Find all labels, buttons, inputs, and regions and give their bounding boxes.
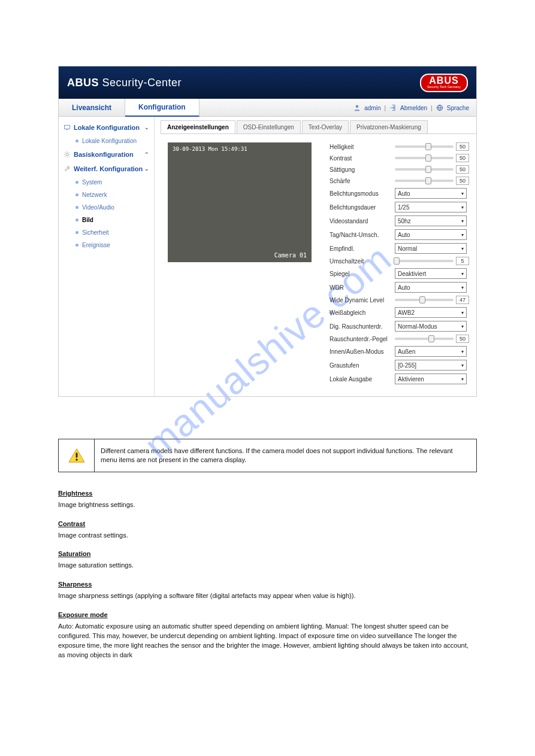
- value-saturation[interactable]: 50: [456, 165, 469, 174]
- sidebar-item-network[interactable]: Netzwerk: [59, 189, 154, 201]
- sidebar-item-image[interactable]: Bild: [59, 214, 154, 226]
- select-value: Normal-Modus: [398, 323, 437, 330]
- info-note-text: Different camera models have different f…: [95, 439, 476, 472]
- chevron-down-icon: ▾: [461, 205, 464, 210]
- sidebar-item-label: Video/Audio: [82, 204, 114, 211]
- tab-text-overlay[interactable]: Text-Overlay: [302, 120, 349, 133]
- chevron-down-icon: ▾: [461, 246, 464, 251]
- slider-contrast[interactable]: [395, 157, 454, 159]
- warning-icon-cell: [59, 439, 95, 472]
- value-dnr-level[interactable]: 50: [456, 335, 469, 343]
- label-mirror: Spiegel: [330, 271, 392, 277]
- heading-brightness: Brightness: [58, 489, 92, 499]
- select-daynight[interactable]: Auto▾: [395, 229, 467, 240]
- select-videostandard[interactable]: 50hz▾: [395, 215, 467, 226]
- chevron-down-icon: ▾: [461, 218, 464, 224]
- app-body: Lokale Konfiguration ⌄ Lokale Konfigurat…: [59, 117, 476, 396]
- slider-saturation[interactable]: [395, 168, 454, 171]
- userbar-sep-2: |: [431, 105, 433, 111]
- tab-osd-settings[interactable]: OSD-Einstellungen: [237, 120, 301, 133]
- label-wdl: Wide Dynamic Level: [330, 297, 392, 303]
- select-value: [0-255]: [398, 362, 416, 369]
- slider-wdl[interactable]: [395, 299, 454, 301]
- logout-icon: [389, 104, 397, 111]
- app-window: ABUS Security-Center ABUS Security Tech …: [58, 66, 477, 397]
- label-brightness: Helligkeit: [330, 144, 392, 150]
- select-exposure-mode[interactable]: Auto▾: [395, 188, 467, 199]
- select-exposure-time[interactable]: 1/25▾: [395, 202, 467, 212]
- sidebar-group-local[interactable]: Lokale Konfiguration ⌄: [59, 120, 154, 135]
- slider-sharpness[interactable]: [395, 180, 454, 182]
- app-title: ABUS Security-Center: [67, 77, 182, 89]
- bullet-icon: [75, 193, 78, 196]
- section-saturation: Saturation Image saturation settings.: [58, 549, 477, 570]
- sidebar-group-basic[interactable]: Basiskonfiguration ⌃: [59, 147, 154, 162]
- sidebar-group-advanced[interactable]: Weiterf. Konfiguration ⌄: [59, 162, 154, 176]
- select-value: Normal: [398, 245, 417, 252]
- sidebar-item-label: Lokale Konfiguration: [82, 138, 137, 144]
- row-dnr-level: Rauschunterdr.-Pegel 50: [330, 335, 469, 343]
- label-videostandard: Videostandard: [330, 218, 392, 224]
- content-area: Anzeigeeinstellungen OSD-Einstellungen T…: [155, 117, 476, 396]
- video-preview: 30-09-2013 Mon 15:49:31 Camera 01: [168, 142, 312, 262]
- row-brightness: Helligkeit 50: [330, 142, 469, 151]
- chevron-down-icon: ⌄: [144, 125, 149, 130]
- value-contrast[interactable]: 50: [456, 154, 469, 162]
- select-value: Deaktiviert: [398, 271, 426, 277]
- label-contrast: Kontrast: [330, 155, 392, 162]
- body-exposure: Auto: Automatic exposure using an automa…: [58, 623, 468, 658]
- select-value: Auto: [398, 284, 410, 291]
- select-dnr[interactable]: Normal-Modus▾: [395, 321, 467, 332]
- tab-privacy-mask[interactable]: Privatzonen-Maskierung: [350, 120, 428, 133]
- body-saturation: Image saturation settings.: [58, 561, 134, 569]
- logout-link[interactable]: Abmelden: [400, 105, 427, 111]
- user-name[interactable]: admin: [364, 105, 380, 111]
- sidebar-item-security[interactable]: Sicherheit: [59, 226, 154, 239]
- label-whitebalance: Weißabgleich: [330, 309, 392, 316]
- bullet-icon: [75, 181, 78, 184]
- select-inout[interactable]: Außen▾: [395, 346, 467, 357]
- document-body: Brightness Image brightness settings. Co…: [58, 489, 477, 660]
- tab-display-settings[interactable]: Anzeigeeinstellungen: [161, 120, 235, 133]
- select-value: Auto: [398, 190, 410, 197]
- label-daynight: Tag/Nacht-Umsch.: [330, 232, 392, 238]
- select-value: 1/25: [398, 204, 409, 211]
- language-link[interactable]: Sprache: [447, 105, 469, 111]
- sidebar-item-system[interactable]: System: [59, 176, 154, 189]
- globe-icon: [436, 104, 443, 111]
- user-bar: admin | Abmelden | Sprache: [353, 99, 469, 117]
- label-switchtime: Umschaltzeit: [330, 258, 392, 265]
- sidebar-item-events[interactable]: Ereignisse: [59, 239, 154, 251]
- section-brightness: Brightness Image brightness settings.: [58, 489, 477, 510]
- chevron-down-icon: ▾: [461, 324, 464, 329]
- slider-switchtime[interactable]: [395, 260, 454, 262]
- value-wdl[interactable]: 47: [456, 296, 469, 304]
- select-greyscale[interactable]: [0-255]▾: [395, 360, 467, 371]
- body-contrast: Image contrast settings.: [58, 532, 128, 539]
- select-whitebalance[interactable]: AWB2▾: [395, 307, 467, 318]
- tab-liveview[interactable]: Liveansicht: [59, 99, 125, 116]
- tab-configuration[interactable]: Konfiguration: [125, 99, 200, 117]
- bullet-icon: [75, 206, 78, 209]
- sidebar-item-local-config[interactable]: Lokale Konfiguration: [59, 135, 154, 147]
- section-contrast: Contrast Image contrast settings.: [58, 520, 477, 541]
- value-brightness[interactable]: 50: [456, 142, 469, 151]
- bullet-icon: [75, 218, 78, 221]
- preview-camera-label: Camera 01: [274, 252, 307, 259]
- slider-dnr-level[interactable]: [395, 338, 454, 340]
- gear-icon: [64, 151, 71, 158]
- select-mirror[interactable]: Deaktiviert▾: [395, 268, 467, 279]
- select-localout[interactable]: Aktivieren▾: [395, 374, 467, 384]
- value-sharpness[interactable]: 50: [456, 177, 469, 185]
- brand-logo-tag: Security Tech Germany: [427, 86, 461, 89]
- slider-brightness[interactable]: [395, 145, 454, 148]
- select-sensitivity[interactable]: Normal▾: [395, 243, 467, 254]
- row-localout: Lokale AusgabeAktivieren▾: [330, 374, 469, 384]
- select-wdr[interactable]: Auto▾: [395, 282, 467, 293]
- svg-rect-2: [65, 125, 70, 129]
- sidebar-item-video-audio[interactable]: Video/Audio: [59, 201, 154, 214]
- value-switchtime[interactable]: 5: [456, 257, 469, 265]
- select-value: Auto: [398, 232, 410, 238]
- app-header: ABUS Security-Center ABUS Security Tech …: [59, 66, 476, 99]
- chevron-down-icon: ▾: [461, 285, 464, 290]
